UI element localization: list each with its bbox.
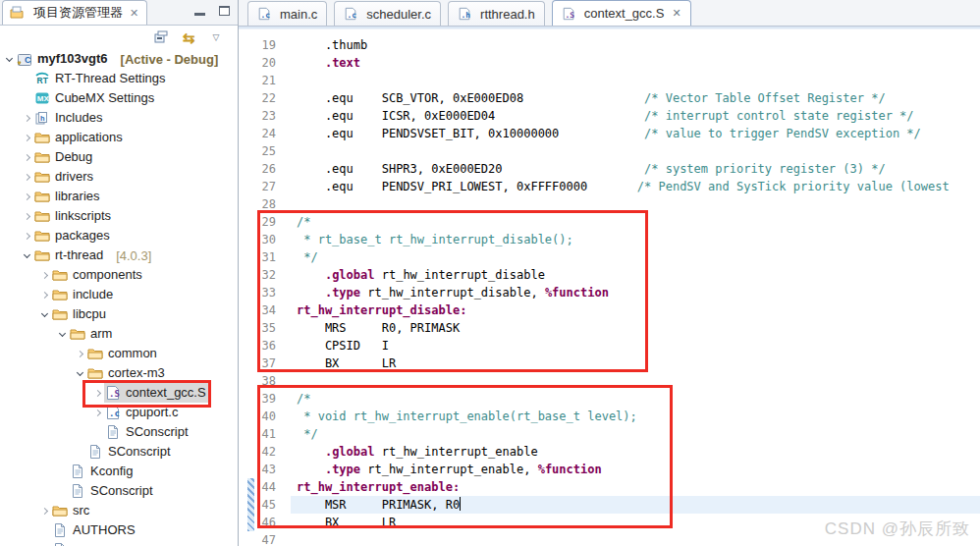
tree-item-arm[interactable]: arm	[0, 324, 238, 344]
link-with-editor-icon[interactable]: ⇆	[181, 29, 196, 45]
code-line-24[interactable]: 24 .equ PENDSVSET_BIT, 0x10000000 /* val…	[239, 125, 980, 142]
code-line-42[interactable]: 42 .global rt_hw_interrupt_enable	[239, 443, 980, 461]
chevron-right-icon[interactable]	[21, 136, 33, 140]
code-line-26[interactable]: 26 .equ SHPR3, 0xE000ED20 /* system prio…	[239, 160, 980, 178]
tree-item-include[interactable]: include	[0, 285, 238, 304]
tree-item-content: Kconfig	[69, 462, 136, 481]
collapse-all-icon[interactable]	[153, 29, 169, 45]
chevron-down-icon[interactable]	[74, 372, 86, 375]
rt-icon: RT	[34, 71, 51, 86]
editor-tab-scheduler.c[interactable]: .cscheduler.c	[334, 1, 441, 26]
tree-item-sconscript[interactable]: SConscript	[0, 422, 238, 442]
close-icon[interactable]: ✕	[672, 7, 681, 20]
tree-item-packages[interactable]: packages	[0, 226, 238, 246]
code-line-25[interactable]: 25	[239, 142, 980, 160]
tab-project-explorer[interactable]: 项目资源管理器 ✕	[2, 0, 147, 25]
code-line-38[interactable]: 38	[239, 372, 980, 390]
tree-item-sconscript[interactable]: SConscript	[0, 442, 238, 462]
editor-tab-rtthread.h[interactable]: .hrtthread.h	[448, 1, 545, 26]
code-line-40[interactable]: 40 * void rt_hw_interrupt_enable(rt_base…	[239, 408, 980, 425]
close-icon[interactable]: ✕	[130, 7, 138, 20]
code-line-44[interactable]: 44rt_hw_interrupt_enable:	[239, 478, 980, 496]
tree-item-common[interactable]: common	[0, 344, 238, 363]
svg-text:C: C	[25, 55, 31, 65]
code-line-43[interactable]: 43 .type rt_hw_interrupt_enable, %functi…	[239, 461, 980, 478]
tree-item-partial[interactable]	[0, 540, 238, 546]
code-line-28[interactable]: 28	[239, 195, 980, 213]
code-line-34[interactable]: 34rt_hw_interrupt_disable:	[239, 301, 980, 319]
tree-item-includes[interactable]: hIncludes	[0, 108, 238, 128]
chevron-right-icon[interactable]	[21, 116, 33, 121]
code-line-30[interactable]: 30 * rt_base_t rt_hw_interrupt_disable()…	[239, 231, 980, 248]
tree-item-authors[interactable]: AUTHORS	[0, 520, 238, 540]
code-line-36[interactable]: 36 CPSID I	[239, 337, 980, 355]
code-line-23[interactable]: 23 .equ ICSR, 0xE000ED04 /* interrupt co…	[239, 107, 980, 125]
chevron-down-icon[interactable]	[21, 254, 33, 257]
code-line-20[interactable]: 20 .text	[239, 54, 980, 72]
tree-item-debug[interactable]: Debug	[0, 147, 238, 167]
tree-item-src[interactable]: src	[0, 501, 238, 520]
editor-tab-label: rtthread.h	[480, 7, 535, 22]
code-line-22[interactable]: 22 .equ SCB_VTOR, 0xE000ED08 /* Vector T…	[239, 89, 980, 107]
code-line-32[interactable]: 32 .global rt_hw_interrupt_disable	[239, 266, 980, 284]
chevron-right-icon[interactable]	[21, 175, 33, 180]
doc-icon	[70, 483, 86, 499]
chevron-down-icon[interactable]	[38, 313, 51, 316]
code-line-39[interactable]: 39/*	[239, 390, 980, 408]
code-line-37[interactable]: 37 BX LR	[239, 355, 980, 372]
folder-icon	[70, 326, 86, 342]
tree-item-cubemx-settings[interactable]: MXCubeMX Settings	[0, 88, 238, 108]
tree-item-context-gcc.s[interactable]: .Scontext_gcc.S	[0, 383, 238, 403]
tree-item-applications[interactable]: applications	[0, 128, 238, 147]
code-line-41[interactable]: 41 */	[239, 425, 980, 443]
code-line-19[interactable]: 19 .thumb	[239, 36, 980, 54]
editor-tab-context-gcc.s[interactable]: .Scontext_gcc.S✕	[552, 0, 691, 26]
tree-item-content: arm	[69, 324, 116, 344]
tree-item-myf103vgt6[interactable]: Cmyf103vgt6[Active - Debug]	[0, 49, 238, 69]
code-text: CPSID I	[276, 339, 389, 353]
tree-item-cpuport.c[interactable]: .ccpuport.c	[0, 403, 238, 422]
chevron-right-icon[interactable]	[21, 214, 33, 219]
fileC-icon: .c	[344, 7, 357, 21]
chevron-right-icon[interactable]	[74, 352, 86, 356]
minimize-icon[interactable]	[194, 13, 205, 16]
tree-item-sconscript[interactable]: SConscript	[0, 481, 238, 501]
chevron-right-icon[interactable]	[38, 509, 51, 514]
tree-item-cortex-m3[interactable]: cortex-m3	[0, 363, 238, 383]
code-line-27[interactable]: 27 .equ PENDSV_PRI_LOWEST, 0xFFFF0000 /*…	[239, 178, 980, 195]
code-line-31[interactable]: 31 */	[239, 248, 980, 266]
chevron-right-icon[interactable]	[21, 194, 33, 199]
chevron-right-icon[interactable]	[91, 410, 104, 415]
line-number: 22	[239, 89, 276, 107]
tree-item-libraries[interactable]: libraries	[0, 187, 238, 206]
code-text: * void rt_hw_interrupt_enable(rt_base_t …	[276, 410, 637, 423]
tree-item-rt-thread[interactable]: rt-thread[4.0.3]	[0, 246, 238, 265]
tree-item-libcpu[interactable]: libcpu	[0, 304, 238, 324]
tree-item-kconfig[interactable]: Kconfig	[0, 462, 238, 481]
tree-item-drivers[interactable]: drivers	[0, 167, 238, 187]
code-line-21[interactable]: 21	[239, 72, 980, 89]
editor-body[interactable]: 19 .thumb20 .text2122 .equ SCB_VTOR, 0xE…	[239, 29, 980, 546]
code-line-35[interactable]: 35 MRS R0, PRIMASK	[239, 319, 980, 337]
chevron-down-icon[interactable]	[56, 333, 69, 336]
folder-icon	[52, 503, 69, 519]
chevron-right-icon[interactable]	[21, 155, 33, 160]
line-number: 23	[239, 107, 276, 125]
tree-item-linkscripts[interactable]: linkscripts	[0, 206, 238, 226]
chevron-right-icon[interactable]	[38, 273, 51, 278]
chevron-down-icon[interactable]	[3, 58, 16, 61]
code-line-29[interactable]: 29/*	[239, 213, 980, 231]
view-menu-icon[interactable]: ▽	[208, 29, 224, 45]
code-text: rt_hw_interrupt_disable:	[276, 303, 466, 317]
tree-item-rt-thread-settings[interactable]: RTRT-Thread Settings	[0, 69, 238, 88]
tree-item-components[interactable]: components	[0, 265, 238, 285]
chevron-right-icon[interactable]	[21, 234, 33, 239]
editor-tab-main.c[interactable]: .cmain.c	[247, 1, 327, 26]
chevron-right-icon[interactable]	[91, 391, 104, 396]
tree-item-label: SConscript	[126, 422, 189, 442]
code-line-45[interactable]: 45 MSR PRIMASK, R0	[239, 496, 980, 514]
project-tree: Cmyf103vgt6[Active - Debug]RTRT-Thread S…	[0, 49, 238, 546]
chevron-right-icon[interactable]	[38, 293, 51, 298]
code-line-33[interactable]: 33 .type rt_hw_interrupt_disable, %funct…	[239, 284, 980, 301]
maximize-icon[interactable]	[219, 6, 230, 16]
